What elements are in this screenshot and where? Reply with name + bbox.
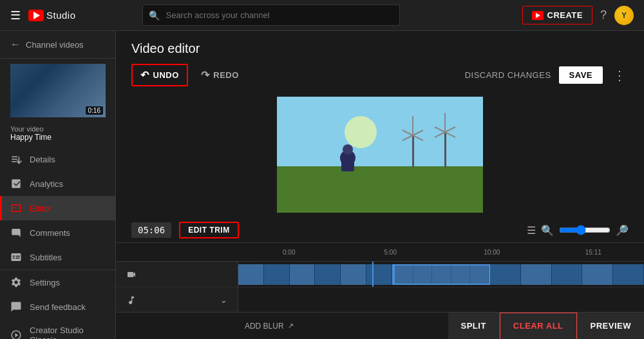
tracks-content (238, 262, 644, 312)
sidebar-item-classic[interactable]: Creator Studio Classic (0, 319, 115, 339)
discard-button[interactable]: DISCARD CHANGES (465, 70, 551, 80)
create-label: CREATE (547, 10, 583, 20)
video-track-row (238, 262, 644, 287)
yt-icon (28, 10, 44, 21)
details-label: Details (30, 155, 55, 164)
time-display: 05:06 (131, 222, 171, 238)
analytics-icon (10, 178, 22, 189)
audio-expand-icon[interactable]: ⌄ (220, 295, 227, 305)
sidebar-video-title: Your video (10, 125, 105, 133)
editor-icon (10, 202, 22, 214)
sidebar-video-thumbnail: 0:16 (10, 64, 106, 117)
avatar[interactable]: Y (614, 6, 634, 25)
timeline-ruler: 0:00 5:00 10:00 15:11 (116, 243, 644, 262)
page-title: Video editor (131, 41, 629, 56)
clear-all-button[interactable]: CLEAR ALL (500, 313, 577, 340)
sidebar-item-analytics[interactable]: Analytics (0, 171, 115, 196)
create-play-icon (536, 13, 540, 18)
video-track-content (238, 264, 644, 285)
editor-header: Video editor ↶ UNDO ↷ REDO DISCARD CHANG… (116, 31, 644, 92)
ruler-marks: 0:00 5:00 10:00 15:11 (238, 249, 644, 256)
sidebar-item-details[interactable]: Details (0, 147, 115, 171)
comments-label: Comments (30, 228, 70, 238)
svg-point-13 (343, 144, 353, 155)
svg-rect-3 (412, 135, 414, 168)
ruler-mark-1: 5:00 (340, 249, 442, 256)
sidebar-item-editor[interactable]: Editor (0, 196, 115, 220)
redo-icon: ↷ (201, 69, 210, 81)
feedback-icon (10, 301, 22, 313)
video-frame (277, 97, 483, 213)
analytics-label: Analytics (30, 179, 63, 189)
sidebar-bottom: Settings Send feedback Creator Studio Cl… (0, 269, 115, 339)
save-button[interactable]: SAVE (559, 66, 603, 84)
track-label-audio: ⌄ (116, 287, 238, 312)
playhead (372, 262, 374, 287)
search-wrap: 🔍 (142, 5, 400, 26)
redo-button[interactable]: ↷ REDO (193, 65, 247, 85)
timeline-area: 05:06 EDIT TRIM ☰ 🔍 🔎 0:00 5:00 (116, 218, 644, 312)
sidebar-item-comments[interactable]: Comments (0, 220, 115, 245)
toolbar-right: DISCARD CHANGES SAVE ⋮ (465, 66, 629, 84)
ruler-mark-3: 15:11 (543, 249, 645, 256)
edit-trim-button[interactable]: EDIT TRIM (179, 222, 239, 238)
preview-button[interactable]: PREVIEW (578, 313, 644, 340)
comments-icon (10, 227, 22, 238)
sidebar-video-info: Your video Happy Time (0, 122, 115, 147)
details-icon (10, 153, 22, 165)
settings-label: Settings (30, 278, 60, 287)
back-arrow-icon: ← (10, 39, 21, 50)
action-buttons: SPLIT CLEAR ALL PREVIEW (448, 313, 645, 340)
redo-label: REDO (213, 70, 239, 80)
ruler-mark-2: 10:00 (441, 249, 543, 256)
film-segment-left[interactable] (238, 264, 393, 285)
sidebar-item-settings[interactable]: Settings (0, 270, 115, 295)
sidebar-nav: Details Analytics Editor Comments Subtit… (0, 147, 115, 269)
timeline-controls: 05:06 EDIT TRIM ☰ 🔍 🔎 (116, 218, 644, 243)
classic-label: Creator Studio Classic (30, 325, 105, 339)
channel-label: Channel videos (26, 40, 84, 50)
zoom-out-icon[interactable]: 🔍 (541, 224, 554, 237)
thumb-duration: 0:16 (86, 106, 103, 115)
search-icon: 🔍 (149, 10, 160, 21)
more-options-button[interactable]: ⋮ (611, 68, 629, 83)
editor-toolbar: ↶ UNDO ↷ REDO DISCARD CHANGES SAVE ⋮ (131, 64, 629, 86)
search-bar: 🔍 (142, 5, 400, 26)
video-scene (277, 97, 483, 213)
sidebar-item-feedback[interactable]: Send feedback (0, 295, 115, 319)
track-label-video (116, 262, 238, 287)
create-button[interactable]: CREATE (522, 6, 592, 24)
main-area: ← Channel videos 0:16 Your video Happy T… (0, 31, 644, 339)
scene-svg (277, 97, 483, 213)
action-spacer: ADD BLUR ↗ (116, 322, 448, 331)
ruler-mark-0: 0:00 (238, 249, 340, 256)
zoom-slider-wrap (559, 225, 611, 235)
svg-rect-12 (341, 160, 354, 171)
svg-point-2 (345, 116, 377, 148)
youtube-logo: Studio (28, 10, 76, 21)
sidebar: ← Channel videos 0:16 Your video Happy T… (0, 31, 116, 339)
audio-track-icon (126, 295, 137, 305)
content-area: Video editor ↶ UNDO ↷ REDO DISCARD CHANG… (116, 31, 644, 339)
video-preview-area (116, 92, 644, 218)
yt-play-icon (33, 12, 40, 19)
add-blur-label: ADD BLUR ↗ (245, 322, 294, 331)
zoom-in-icon[interactable]: 🔎 (616, 224, 629, 237)
sidebar-channel-link[interactable]: ← Channel videos (0, 31, 115, 59)
film-segment-right[interactable] (490, 264, 644, 285)
studio-label: Studio (46, 10, 76, 21)
topbar: ☰ Studio 🔍 CREATE ? Y (0, 0, 644, 31)
menu-icon[interactable]: ☰ (10, 8, 21, 23)
zoom-slider[interactable] (559, 225, 611, 235)
audio-track-row (238, 287, 644, 312)
split-button[interactable]: SPLIT (448, 313, 499, 340)
sidebar-item-subtitles[interactable]: Subtitles (0, 245, 115, 269)
undo-button[interactable]: ↶ UNDO (131, 64, 188, 86)
film-segment-selected[interactable] (393, 264, 490, 285)
search-input[interactable] (142, 5, 400, 26)
timeline-right-controls: ☰ 🔍 🔎 (527, 224, 629, 237)
subtitles-icon (10, 251, 22, 263)
help-icon[interactable]: ? (600, 8, 607, 22)
svg-rect-1 (277, 166, 483, 213)
editor-label: Editor (30, 204, 52, 213)
